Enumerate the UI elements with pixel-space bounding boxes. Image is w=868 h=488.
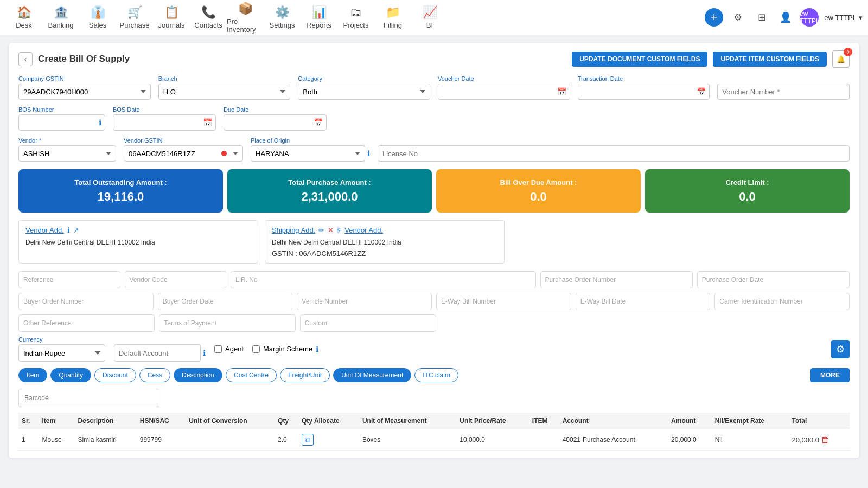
tab-freight-unit[interactable]: Freight/Unit [280,368,330,382]
back-button[interactable]: ‹ [18,52,33,66]
shipping-edit-icon[interactable]: ✏ [318,226,324,234]
bos-date-input[interactable]: 22/04/2022 [113,114,216,131]
terms-of-payment-input[interactable] [159,314,295,332]
cell-10: 40021-Purchase Account [559,429,668,451]
tab-description[interactable]: Description [174,368,222,382]
custom-input[interactable] [300,314,436,332]
tab-item[interactable]: Item [18,368,47,382]
nav-item-desk[interactable]: 🏠Desk [5,0,42,35]
voucher-date-input[interactable]: 25/04/2022 [438,84,570,100]
transaction-date-input[interactable]: 25/04/2022 [578,84,710,100]
grid-icon[interactable]: ⊞ [752,8,771,27]
buyer-order-number-input[interactable] [18,293,154,310]
summary-card-bill-overdue: Bill Over Due Amount :0.0 [436,169,641,213]
vendor-group: Vendor * ASHISH [18,137,116,162]
vehicle-number-input[interactable] [297,293,432,310]
bos-number-input[interactable]: BOS/9386 [18,114,105,131]
nav-label-banking: Banking [48,21,74,29]
company-name[interactable]: ew TTTPL ▾ [824,14,863,22]
nav-item-reports[interactable]: 📊Reports [301,0,337,35]
notification-badge: 0 [844,48,852,56]
notification-button[interactable]: 🔔 0 [832,50,850,68]
update-item-custom-btn[interactable]: UPDATE ITEM CUSTOM FIELDS [713,52,827,67]
col-qty: Qty [275,413,298,429]
default-account-info-icon[interactable]: ℹ [203,349,206,357]
eway-bill-date-input[interactable] [576,293,711,310]
license-no-input[interactable] [378,145,850,162]
shipping-add-link[interactable]: Shipping Add. [272,226,315,234]
po-number-input[interactable] [540,271,693,288]
bi-icon: 📈 [423,5,437,20]
nav-label-sales: Sales [89,21,107,29]
shipping-close-icon[interactable]: ✕ [328,226,334,234]
barcode-input[interactable] [18,389,159,407]
nav-item-banking[interactable]: 🏦Banking [42,0,79,35]
currency-select[interactable]: Indian Rupee [18,344,105,362]
nav-item-contacts[interactable]: 📞Contacts [190,0,227,35]
cell-7: Boxes [359,429,456,451]
summary-card-total-outstanding: Total Outstanding Amount :19,116.0 [18,169,223,213]
vendor-add-link-2[interactable]: Vendor Add. [344,226,383,234]
tab-quantity[interactable]: Quantity [50,368,91,382]
update-doc-custom-btn[interactable]: UPDATE DOCUMENT CUSTOM FIELDS [572,52,707,67]
nav-item-journals[interactable]: 📋Journals [153,0,190,35]
nav-item-projects[interactable]: 🗂Projects [337,0,374,35]
tab-discount[interactable]: Discount [94,368,136,382]
nav-item-pro-inventory[interactable]: 📦Pro Inventory [227,0,264,35]
other-reference-input[interactable] [18,314,155,332]
items-table: Sr.ItemDescriptionHSN/SACUnit of Convers… [18,413,850,451]
more-button[interactable]: MORE [810,368,850,382]
nav-label-settings: Settings [270,21,295,29]
shipping-copy-icon[interactable]: ⎘ [337,226,341,234]
place-info-icon[interactable]: ℹ [367,149,370,158]
qty-allocate-icon[interactable]: ⧉ [302,434,314,446]
avatar[interactable]: ew TTTPL [800,8,819,27]
nav-item-filling[interactable]: 📁Filling [374,0,411,35]
branch-label: Branch [158,75,291,82]
col-amount: Amount [668,413,712,429]
tab-itc-claim[interactable]: ITC claim [414,368,458,382]
user-icon[interactable]: 👤 [776,8,795,27]
agent-checkbox[interactable] [214,345,222,353]
tab-cost-centre[interactable]: Cost Centre [226,368,277,382]
place-of-origin-select[interactable]: HARYANA [251,145,365,162]
tab-cess[interactable]: Cess [139,368,170,382]
company-gstin-select[interactable]: 29AADCK7940H000 [18,84,151,100]
default-account-input[interactable] [114,344,201,362]
margin-scheme-info-icon[interactable]: ℹ [316,345,318,354]
buyer-order-date-input[interactable] [158,293,293,310]
transaction-date-label: Transaction Date [578,75,710,82]
col-sr.: Sr. [18,413,39,429]
contacts-icon: 📞 [201,5,216,20]
voucher-number-input[interactable] [717,84,850,100]
col-account: Account [559,413,668,429]
po-date-input[interactable] [697,271,850,288]
branch-select[interactable]: H.O [158,84,291,100]
form-row-2: BOS Number BOS/9386 ℹ BOS Date 22/04/202… [18,106,850,131]
projects-icon: 🗂 [350,5,362,20]
nav-item-sales[interactable]: 👔Sales [79,0,116,35]
nav-item-bi[interactable]: 📈BI [411,0,448,35]
eway-bill-number-input[interactable] [436,293,571,310]
license-no-group [378,137,850,162]
nav-item-settings[interactable]: ⚙️Settings [264,0,301,35]
detail-row-2 [18,293,850,310]
vendor-add-link[interactable]: Vendor Add. [25,226,64,234]
vendor-code-input[interactable] [125,271,227,288]
info-icon[interactable]: ℹ [99,118,101,127]
delete-row-button[interactable]: 🗑 [821,435,829,444]
vendor-add-external-icon[interactable]: ↗ [73,226,79,234]
lr-no-input[interactable] [231,271,536,288]
category-select[interactable]: Both [298,84,430,100]
vendor-add-info-icon[interactable]: ℹ [67,226,70,234]
line-settings-button[interactable]: ⚙ [831,340,850,358]
carrier-id-input[interactable] [714,293,850,310]
reference-input[interactable] [18,271,120,288]
settings-icon[interactable]: ⚙ [729,8,747,27]
nav-item-purchase[interactable]: 🛒Purchase [116,0,153,35]
tab-uom[interactable]: Unit Of Measurement [333,368,411,382]
due-date-input[interactable]: 05/05/2022 [224,114,327,131]
add-button[interactable]: + [705,8,723,27]
vendor-select[interactable]: ASHISH [18,145,116,162]
margin-scheme-checkbox[interactable] [252,345,260,353]
